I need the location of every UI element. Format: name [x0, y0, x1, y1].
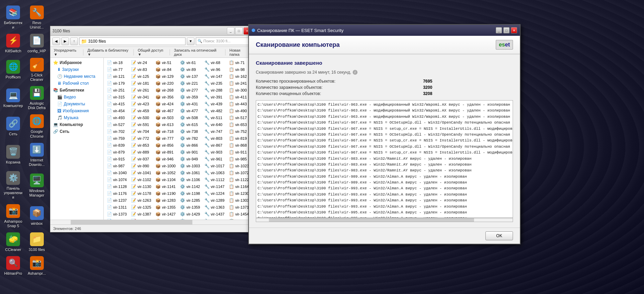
file-item[interactable]: 📦vir-129 [154, 73, 179, 80]
file-item[interactable]: 📝vir-772 [130, 135, 154, 142]
file-item[interactable]: ⚙️vir-359 [179, 94, 203, 101]
file-item[interactable]: 🔧vir-1289 [203, 197, 227, 204]
file-item[interactable]: ⚙️vir-1142 [179, 183, 203, 190]
file-item[interactable]: 📦vir-503 [154, 114, 179, 121]
desktop-icon-revo[interactable]: 🔧 Revo Uninst... [26, 3, 49, 32]
file-item[interactable]: 📄vir-121 [105, 73, 130, 80]
file-item[interactable]: ⚙️vir-901 [179, 149, 203, 156]
desktop-icon-3100files[interactable]: 📁 3100 files [26, 230, 49, 254]
file-item[interactable]: 📝vir-423 [130, 101, 154, 107]
file-item[interactable]: 🔧vir-288 [203, 87, 227, 94]
address-bar[interactable]: 📁 3100 files [79, 38, 185, 45]
file-item[interactable]: 🔧vir-803 [203, 135, 227, 142]
file-item[interactable]: 📦vir-777 [154, 135, 179, 142]
file-item[interactable]: ⚙️vir-866 [179, 142, 203, 149]
file-item[interactable]: 🔧vir-1063 [203, 169, 227, 176]
file-item[interactable]: 📝vir-937 [130, 156, 154, 162]
nav-forward-btn[interactable]: ▶ [61, 38, 69, 45]
sidebar-item-images[interactable]: 🖼Изображения [50, 107, 103, 114]
file-item[interactable]: 📄vir-839 [105, 142, 130, 149]
desktop-icon-killswitch[interactable]: ⚡ KillSwitch [2, 32, 25, 55]
toolbar-organize-btn[interactable]: Упорядочить ▼ [52, 48, 80, 57]
file-item[interactable]: 📦vir-1427 [154, 211, 179, 218]
file-item[interactable]: ⚙️vir-1429 [179, 211, 203, 218]
explorer-minimize-btn[interactable]: _ [227, 27, 234, 35]
file-item[interactable]: 📝vir-24 [130, 59, 154, 66]
desktop-icon-ashampoo[interactable]: 📸 Ashampoo Snap 5 [2, 202, 25, 230]
file-list[interactable]: 📄vir-18📝vir-24📦vir-51⚙️vir-61🔧vir-68📋vir… [104, 58, 253, 220]
desktop-icon-winbox[interactable]: 📦 winbox [26, 202, 49, 230]
file-item[interactable]: 🔧vir-391 [203, 94, 227, 101]
file-item[interactable]: 📄vir-1176 [105, 190, 130, 197]
file-item[interactable]: 📦vir-84 [154, 66, 179, 73]
desktop-icon-network[interactable]: 🔗 Сеть [2, 112, 25, 140]
file-item[interactable]: 📦vir-1104 [154, 176, 179, 183]
file-item[interactable]: 📄vir-493 [105, 114, 130, 121]
file-item[interactable]: 📝vir-1387 [130, 211, 154, 218]
file-item[interactable]: ⚙️vir-431 [179, 101, 203, 107]
nav-up-btn[interactable]: ↑ [70, 38, 78, 45]
file-item[interactable]: 📄vir-251 [105, 87, 130, 94]
file-item[interactable]: ⚙️vir-89 [179, 66, 203, 73]
file-item[interactable]: 📝vir-1263 [130, 197, 154, 204]
file-item[interactable]: ⚙️vir-949 [179, 156, 203, 162]
file-item[interactable]: 📝vir-181 [130, 80, 154, 87]
file-item[interactable]: 📦vir-51 [154, 59, 179, 66]
desktop-icon-ccleaner[interactable]: 🧽 CCleaner [2, 230, 25, 254]
file-item[interactable]: 🔧vir-640 [203, 121, 227, 128]
sidebar-item-documents[interactable]: 📄Документы [50, 101, 103, 107]
file-item[interactable]: 🔧vir-903 [203, 149, 227, 156]
desktop-icon-trash[interactable]: 🗑️ Корзина [2, 141, 25, 169]
file-item[interactable]: 📄vir-1373 [105, 211, 130, 218]
file-item[interactable]: 📄vir-1128 [105, 183, 130, 190]
file-item[interactable]: 📦vir-856 [154, 142, 179, 149]
file-item[interactable]: 📄vir-527 [105, 121, 130, 128]
sidebar-item-music[interactable]: 🎵Музыка [50, 114, 103, 121]
file-item[interactable]: 📄vir-1074 [105, 176, 130, 183]
file-item[interactable]: 📦vir-356 [154, 94, 179, 101]
file-item[interactable]: 🔧vir-1437 [203, 211, 227, 218]
file-item[interactable]: ⚙️vir-1359 [179, 204, 203, 211]
desktop-icon-ashampr[interactable]: 📸 Ashampr... [26, 254, 49, 278]
file-item[interactable]: 📝vir-125 [130, 73, 154, 80]
desktop-icon-config[interactable]: 📄 config_HIP [26, 32, 49, 55]
file-item[interactable]: ⚙️vir-137 [179, 73, 203, 80]
file-item[interactable]: 📝vir-459 [130, 107, 154, 114]
file-item[interactable]: 📄vir-77 [105, 66, 130, 73]
file-item[interactable]: 🔧vir-961 [203, 156, 227, 162]
file-item[interactable]: ⚙️vir-738 [179, 128, 203, 135]
eset-minimize-btn[interactable]: _ [496, 27, 502, 33]
desktop-icon-winmanager[interactable]: 🖥️ Windows Manager [26, 169, 49, 202]
sidebar-item-downloads[interactable]: ⬇Загрузки [50, 66, 103, 73]
file-item[interactable]: ⚙️vir-1061 [179, 169, 203, 176]
file-item[interactable]: 📦vir-1190 [154, 190, 179, 197]
toolbar-newfolder-btn[interactable]: Новая папка [228, 48, 251, 57]
file-item[interactable]: 📄vir-987 [105, 162, 130, 169]
file-item[interactable]: ⚙️vir-1106 [179, 176, 203, 183]
file-item[interactable]: 📝vir-1130 [130, 183, 154, 190]
file-item[interactable]: 📝vir-1041 [130, 169, 154, 176]
file-item[interactable]: 🔧vir-1363 [203, 204, 227, 211]
desktop-icon-hitman[interactable]: 🔍 HitmanPro [2, 254, 25, 278]
file-item[interactable]: 📦vir-891 [154, 149, 179, 156]
file-item[interactable]: 📦vir-718 [154, 128, 179, 135]
toolbar-share-btn[interactable]: Общий доступ ▼ [136, 48, 167, 57]
explorer-maximize-btn[interactable]: □ [235, 27, 243, 35]
file-item[interactable]: 🔧vir-1224 [203, 190, 227, 197]
file-item[interactable]: 📝vir-853 [130, 142, 154, 149]
file-item[interactable]: 🔧vir-147 [203, 73, 227, 80]
file-item[interactable]: 🔧vir-867 [203, 142, 227, 149]
file-item[interactable]: 📄vir-454 [105, 107, 130, 114]
desktop-icon-computer[interactable]: 💻 Компьютер [2, 84, 25, 112]
toolbar-burn-btn[interactable]: Записать на оптический диск [173, 48, 222, 57]
sidebar-favorites-header[interactable]: ⭐Избранное [50, 59, 103, 66]
file-item[interactable]: ⚙️vir-508 [179, 114, 203, 121]
file-item[interactable]: 📄vir-315 [105, 94, 130, 101]
file-item[interactable]: ⚙️vir-1198 [179, 190, 203, 197]
file-item[interactable]: 📝vir-83 [130, 66, 154, 73]
desktop-icon-chrome[interactable]: 🌐 Google Chrome [26, 112, 49, 140]
file-item[interactable]: 📝vir-500 [130, 114, 154, 121]
file-item[interactable]: 📦vir-1283 [154, 197, 179, 204]
eset-maximize-btn[interactable]: □ [503, 27, 510, 33]
info-icon[interactable]: i [353, 70, 358, 75]
